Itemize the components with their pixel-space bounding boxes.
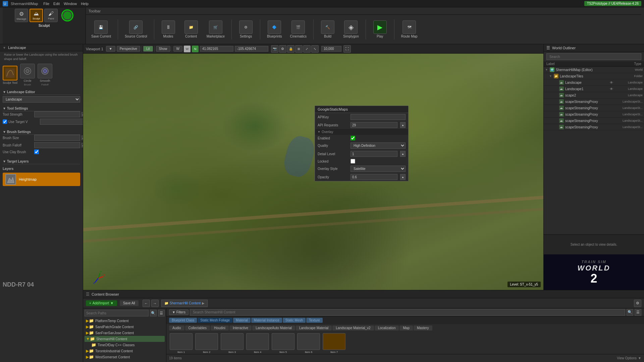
- coord-y[interactable]: -105.426674: [235, 46, 268, 52]
- tree-item-landscape1[interactable]: ⛰ Landscape1 👁 Landscape: [544, 86, 644, 92]
- save-current-btn[interactable]: 💾 Save Current: [89, 19, 114, 40]
- opacity-arrow[interactable]: ▲: [400, 174, 406, 180]
- play-btn[interactable]: ▶ Play: [370, 19, 390, 40]
- tree-item-landscape[interactable]: ⛰ Landscape 👁 Landscape: [544, 79, 644, 86]
- settings-vp-btn[interactable]: ⚙: [279, 45, 286, 53]
- cb-item-6[interactable]: Item 6: [297, 333, 321, 354]
- overlay-style-select[interactable]: Satellite: [351, 166, 406, 172]
- tab-material[interactable]: Material: [233, 318, 251, 323]
- search-paths-input[interactable]: [85, 310, 149, 316]
- source-control-btn[interactable]: 🔗 Source Control: [122, 19, 150, 40]
- search-paths-btn[interactable]: 🔍: [150, 310, 157, 316]
- sculpt-tool-btn[interactable]: ⛰ Sculpt: [30, 9, 43, 22]
- simplygon-btn[interactable]: ◈ Simplygon: [340, 19, 362, 40]
- world-local-toggle[interactable]: W: [184, 46, 191, 52]
- marketplace-btn[interactable]: 🛒 Marketplace: [204, 19, 227, 40]
- folder-sanfran[interactable]: ▶📁 SanFranSanJose Content: [85, 330, 165, 336]
- outliner-tree[interactable]: ▼ 🌍 ShermanHillMap (Editor) World ▼ 📁 La…: [544, 67, 644, 234]
- tree-item-proxy4[interactable]: ⛰ scapeStreamingProxy LandscapeSt...: [544, 118, 644, 124]
- overlay-detail-input[interactable]: [351, 151, 397, 157]
- cb-tab-interactive[interactable]: Interactive: [229, 325, 252, 330]
- overlay-opacity-input[interactable]: [351, 174, 397, 180]
- save-all-btn[interactable]: Save All: [120, 300, 139, 306]
- build-btn[interactable]: 🔨 Build: [318, 19, 338, 40]
- filter-paths-btn[interactable]: ☰: [158, 310, 165, 316]
- cb-item-7[interactable]: Item 7: [322, 333, 346, 354]
- cinematics-btn[interactable]: 🎬 Cinematics: [287, 19, 309, 40]
- tree-item-proxy3[interactable]: ⛰ scapeStreamingProxy LandscapeSt...: [544, 111, 644, 118]
- use-target-v-checkbox[interactable]: [3, 119, 7, 124]
- cb-settings-btn[interactable]: ⚙: [634, 300, 641, 307]
- paint-tool-btn[interactable]: 🖌 Paint: [44, 9, 58, 22]
- target-v-input[interactable]: 0.847619: [40, 119, 83, 125]
- api-key-input[interactable]: [351, 114, 406, 120]
- viewport-canvas[interactable]: GoogleStaticMaps APIKey API Requests ▲: [83, 54, 543, 290]
- cb-tab-mastery[interactable]: Mastery: [414, 325, 432, 330]
- cb-item-3[interactable]: Item 3: [220, 333, 244, 354]
- folder-sandpatch[interactable]: ▶📁 SandPatchGrade Content: [85, 324, 165, 330]
- tree-item-shermanhill[interactable]: ▼ 🌍 ShermanHillMap (Editor) World: [544, 67, 644, 73]
- snap-btn[interactable]: 🔒: [287, 45, 294, 53]
- angle-snap-btn[interactable]: ⤢: [303, 45, 311, 53]
- settings-btn[interactable]: ⚙ Settings: [236, 19, 256, 40]
- menu-edit[interactable]: Edit: [53, 2, 60, 6]
- back-btn[interactable]: ←: [143, 300, 150, 307]
- scale-snap-btn[interactable]: ⤡: [311, 45, 319, 53]
- brush-falloff-input[interactable]: 0.8: [34, 142, 80, 148]
- coord-x[interactable]: 41.082165: [200, 46, 233, 52]
- tab-material-instance[interactable]: Material Instance: [251, 318, 282, 323]
- cb-tab-houdini[interactable]: Houdini: [211, 325, 229, 330]
- filter-settings-btn[interactable]: ☰: [635, 309, 641, 316]
- modes-btn[interactable]: 🎛 Modes: [158, 19, 178, 40]
- cb-tab-landscape-mat[interactable]: Landscape Material: [296, 325, 332, 330]
- manage-tool[interactable]: ⚙ Manage: [15, 9, 28, 22]
- api-requests-arrow[interactable]: ▲: [400, 122, 406, 128]
- outliner-search-input[interactable]: [546, 53, 641, 60]
- user-info[interactable]: TS2Prototype // UE4/Release-4.26: [584, 1, 641, 6]
- scale-value[interactable]: 10,000: [321, 46, 341, 52]
- folder-platformtemp[interactable]: ▶📁 PlatformTemp Content: [85, 318, 165, 324]
- forward-btn[interactable]: →: [151, 300, 159, 307]
- cb-item-5[interactable]: Item 5: [271, 333, 295, 354]
- cb-item-1[interactable]: Item 1: [169, 333, 193, 354]
- filters-btn[interactable]: ▼ Filters: [169, 309, 189, 315]
- green-circle-btn[interactable]: [61, 9, 73, 21]
- tab-static-mesh-foliage[interactable]: Static Mesh Foliage: [198, 318, 232, 323]
- folder-shermanhill[interactable]: ▼📁 ShermanHill Content: [85, 336, 165, 342]
- cb-tab-localization[interactable]: Localization: [375, 325, 399, 330]
- tool-strength-input[interactable]: 1.0: [34, 111, 80, 117]
- grid-toggle[interactable]: N: [192, 46, 199, 52]
- cb-tab-landscape-mat-v2[interactable]: Landscape Material_v2: [332, 325, 374, 330]
- content-btn[interactable]: 📁 Content: [181, 19, 201, 40]
- detail-arrow[interactable]: ▲: [400, 151, 406, 157]
- cb-tab-map[interactable]: Map: [399, 325, 413, 330]
- blueprints-btn[interactable]: 🔷 Blueprints: [264, 19, 284, 40]
- tree-item-proxy2[interactable]: ⛰ scapeStreamingProxy LandscapeSt...: [544, 105, 644, 111]
- overlay-quality-select[interactable]: High Definition: [351, 142, 406, 149]
- folder-westsomerset[interactable]: ▶📁 WestSomerset Content: [85, 354, 165, 360]
- sculpt-circle-tool[interactable]: Sculpt Tool: [3, 66, 17, 84]
- landscape-dropdown[interactable]: Landscape: [3, 96, 80, 103]
- folder-toronto[interactable]: ▶📁 TorontoIndustrial Content: [85, 348, 165, 354]
- menu-help[interactable]: Help: [81, 2, 89, 6]
- search-content-btn[interactable]: 🔍: [627, 309, 633, 316]
- tab-texture[interactable]: Texture: [306, 318, 323, 323]
- heightmap-layer[interactable]: Heightmap: [3, 173, 80, 186]
- view-options-btn[interactable]: View Options ▼: [617, 356, 641, 360]
- circle-brush-tool[interactable]: Circle Brush: [20, 64, 35, 86]
- add-import-btn[interactable]: + Add/Import ▼: [86, 300, 117, 306]
- tree-item-proxy5[interactable]: ⛰ scapeStreamingProxy LandscapeSt...: [544, 124, 644, 130]
- cb-tab-audio[interactable]: Audio: [169, 325, 184, 330]
- overlay-locked-checkbox[interactable]: [351, 159, 355, 164]
- search-content-input[interactable]: [190, 309, 625, 316]
- cb-tab-landscape-auto[interactable]: LandscapeAuto Material: [252, 325, 295, 330]
- perspective-btn[interactable]: ▼: [106, 46, 115, 52]
- cb-item-4[interactable]: Item 4: [246, 333, 270, 354]
- use-clay-checkbox[interactable]: [34, 149, 39, 154]
- path-arrow[interactable]: ▶: [202, 301, 205, 305]
- smooth-falloff-tool[interactable]: Smooth Falloff: [38, 64, 52, 86]
- brush-size-input[interactable]: 2400.785645: [34, 135, 80, 141]
- camera-btn[interactable]: 📷: [271, 45, 278, 53]
- overlay-enabled-checkbox[interactable]: [351, 136, 355, 140]
- tab-static-mesh[interactable]: Static Mesh: [283, 318, 306, 323]
